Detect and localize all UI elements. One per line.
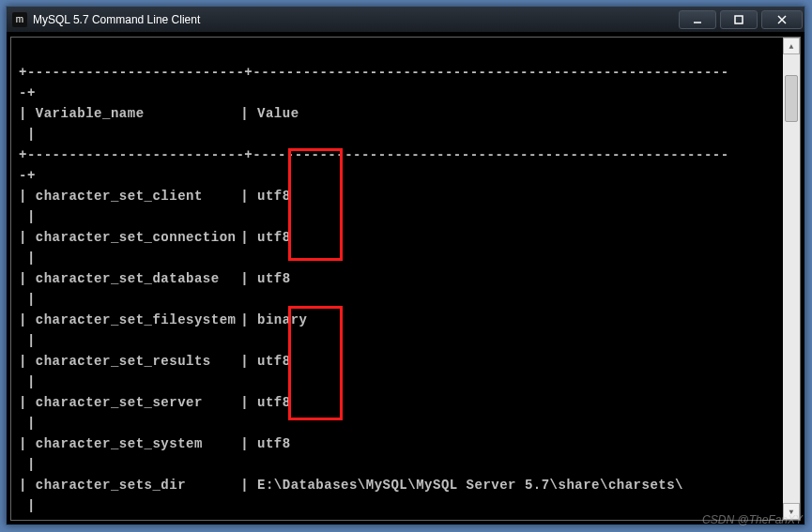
chevron-down-icon: ▼ xyxy=(789,508,794,516)
scroll-down-button[interactable]: ▼ xyxy=(783,503,800,520)
minimize-button[interactable] xyxy=(679,10,716,29)
titlebar[interactable]: m MySQL 5.7 Command Line Client xyxy=(7,7,804,33)
terminal-output[interactable]: +--------------------------+------------… xyxy=(11,38,783,520)
close-icon xyxy=(777,15,787,24)
var-name: character_set_filesystem xyxy=(36,310,240,330)
var-value: utf8 xyxy=(257,227,291,248)
row-tail: | xyxy=(19,292,36,307)
var-value: utf8 xyxy=(257,433,291,454)
table-row: | character_set_system| utf8 xyxy=(19,433,775,454)
border-bot: +--------------------------+------------… xyxy=(19,519,729,520)
var-value: binary xyxy=(257,310,307,330)
table-row: | character_set_connection| utf8 xyxy=(19,227,775,248)
table-row: | character_set_results| utf8 xyxy=(19,351,775,372)
var-name: character_sets_dir xyxy=(36,475,240,495)
table-row: | character_sets_dir| E:\Databases\MySQL… xyxy=(19,475,775,495)
var-name: character_set_server xyxy=(36,392,240,413)
row-tail: | xyxy=(19,457,36,472)
header-row: | Variable_name| Value xyxy=(19,103,775,124)
border-tail: -+ xyxy=(19,168,36,183)
var-name: character_set_database xyxy=(36,268,240,289)
close-button[interactable] xyxy=(761,10,803,29)
row-tail: | xyxy=(19,416,36,431)
table-row: | character_set_database| utf8 xyxy=(19,268,775,289)
app-window: m MySQL 5.7 Command Line Client +-------… xyxy=(6,6,805,525)
row-tail: | xyxy=(19,333,36,348)
var-value: utf8 xyxy=(257,351,291,372)
table-row: | character_set_server| utf8 xyxy=(19,392,775,413)
var-name: character_set_system xyxy=(36,433,240,454)
row-tail: | xyxy=(19,498,36,513)
mysql-icon: m xyxy=(12,12,27,27)
scroll-up-button[interactable]: ▲ xyxy=(783,38,800,54)
client-area: +--------------------------+------------… xyxy=(10,37,801,521)
var-name: character_set_connection xyxy=(36,227,240,248)
window-title: MySQL 5.7 Command Line Client xyxy=(33,13,675,26)
maximize-icon xyxy=(734,15,743,24)
row-tail: | xyxy=(19,374,36,389)
row-tail: | xyxy=(19,209,36,224)
border-top: +--------------------------+------------… xyxy=(19,65,729,80)
vertical-scrollbar[interactable]: ▲ ▼ xyxy=(783,38,800,520)
maximize-button[interactable] xyxy=(720,10,758,29)
border-tail: -+ xyxy=(19,85,36,100)
chevron-up-icon: ▲ xyxy=(789,42,794,51)
minimize-icon xyxy=(693,15,702,24)
var-value: E:\Databases\MySQL\MySQL Server 5.7\shar… xyxy=(257,475,683,495)
var-value: utf8 xyxy=(257,186,291,206)
svg-rect-1 xyxy=(735,16,743,23)
window-buttons xyxy=(675,10,803,29)
var-value: utf8 xyxy=(257,392,291,413)
header-col1: Variable_name xyxy=(36,103,240,124)
var-value: utf8 xyxy=(257,268,291,289)
scroll-thumb[interactable] xyxy=(785,75,798,122)
var-name: character_set_client xyxy=(36,186,240,206)
row-tail: | xyxy=(19,251,36,266)
header-col2: Value xyxy=(257,103,299,124)
header-tail: | xyxy=(19,127,36,142)
table-row: | character_set_client| utf8 xyxy=(19,186,775,206)
var-name: character_set_results xyxy=(36,351,240,372)
table-row: | character_set_filesystem| binary xyxy=(19,310,775,330)
border-mid: +--------------------------+------------… xyxy=(19,147,729,162)
